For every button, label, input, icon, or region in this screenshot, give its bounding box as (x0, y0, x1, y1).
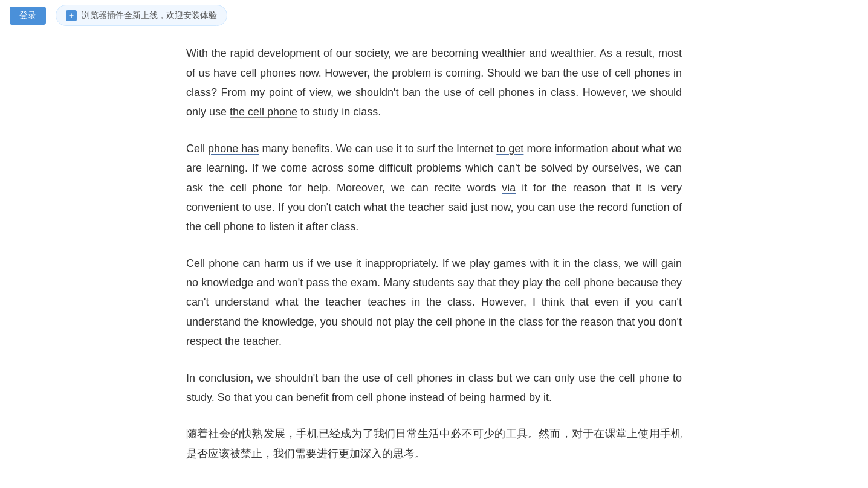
p2-text-2: many benefits. We can use it to surf the… (259, 143, 496, 155)
p5-text-1: 随着社会的快熟发展，手机已经成为了我们日常生活中必不可少的工具。然而，对于在课堂… (186, 428, 682, 459)
p1-link-2: have cell phones now (213, 67, 319, 79)
p4-text-3: . (549, 391, 552, 403)
paragraph-2: Cell phone has many benefits. We can use… (186, 139, 682, 237)
paragraph-4: In conclusion, we shouldn't ban the use … (186, 368, 682, 408)
paragraph-5-chinese: 随着社会的快熟发展，手机已经成为了我们日常生活中必不可少的工具。然而，对于在课堂… (186, 424, 682, 463)
p1-text-4: to study in class. (297, 106, 381, 118)
p3-link-1: phone (209, 257, 239, 269)
p4-link-2: it (543, 391, 549, 403)
p4-text-2: instead of being harmed by (406, 391, 543, 403)
plugin-notice-banner[interactable]: 浏览器插件全新上线，欢迎安装体验 (56, 5, 227, 26)
p2-link-2: to get (496, 143, 523, 155)
login-button[interactable]: 登录 (10, 7, 46, 25)
p1-link-1: becoming wealthier and wealthier (432, 47, 594, 59)
p3-text-2: can harm us if we use (239, 257, 355, 269)
p1-text-1: With the rapid development of our societ… (186, 47, 432, 59)
top-bar: 登录 浏览器插件全新上线，欢迎安装体验 (0, 0, 868, 31)
paragraph-3: Cell phone can harm us if we use it inap… (186, 254, 682, 352)
p3-text-1: Cell (186, 257, 209, 269)
content-area: With the rapid development of our societ… (162, 31, 706, 488)
p3-link-2: it (356, 257, 361, 269)
paragraph-1: With the rapid development of our societ… (186, 43, 682, 122)
p2-text-1: Cell (186, 143, 208, 155)
p3-text-3: inappropriately. If we play games with i… (186, 257, 682, 348)
p4-link-1: phone (376, 391, 406, 403)
p1-link-3: the cell phone (230, 106, 297, 118)
plugin-notice-text: 浏览器插件全新上线，欢迎安装体验 (82, 8, 217, 23)
plugin-icon (66, 10, 77, 21)
p2-link-3: via (502, 182, 516, 194)
p2-link-1: phone has (208, 143, 259, 155)
